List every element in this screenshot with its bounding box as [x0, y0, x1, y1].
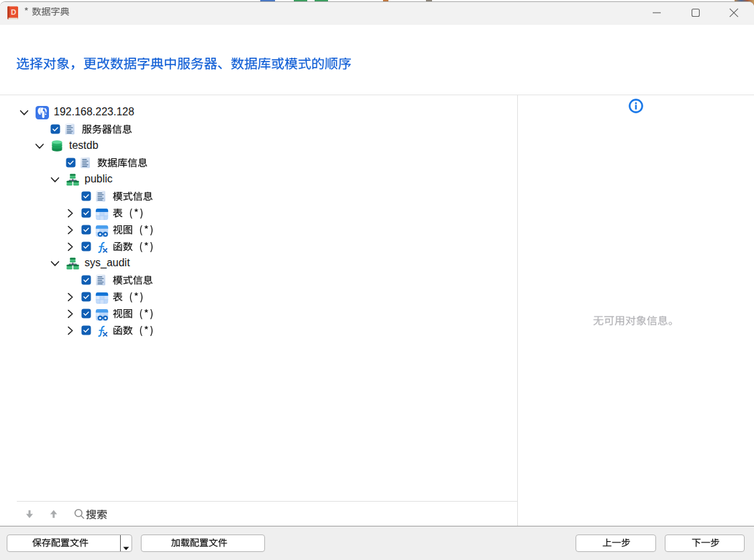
svg-text:D: D	[11, 8, 16, 16]
